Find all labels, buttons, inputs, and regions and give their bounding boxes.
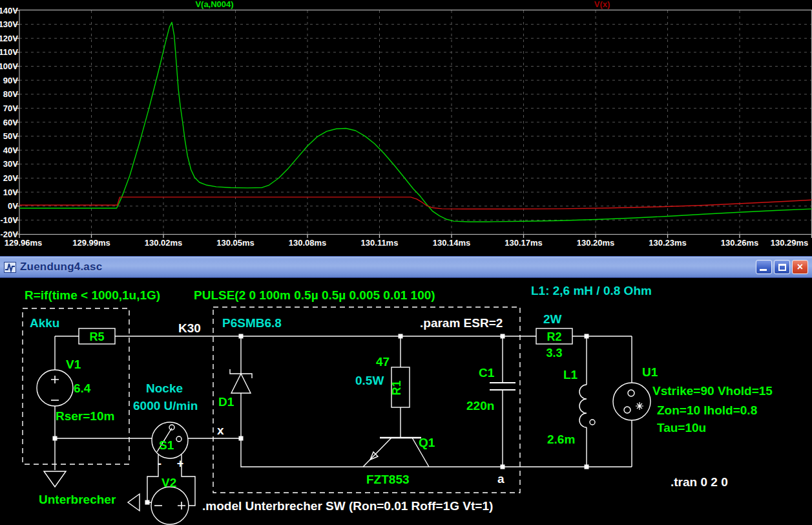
x-axis-label: 130.08ms (289, 238, 327, 248)
x-axis-label: 130.23ms (649, 238, 687, 248)
x-axis-label: 130.05ms (216, 238, 255, 248)
voltage-source-v2[interactable] (151, 487, 189, 524)
ltspice-app-icon (4, 261, 16, 273)
directive-model-unterbrecher[interactable]: .model Unterbrecher SW (Ron=0.01 Roff=1G… (202, 499, 493, 513)
label-u1[interactable]: U1 (642, 365, 658, 379)
y-axis-label: -10V (1, 215, 19, 225)
minimize-icon (760, 269, 767, 271)
comment-akku[interactable]: Akku (30, 316, 59, 330)
value-u1-tau[interactable]: Tau=10u (657, 421, 706, 434)
x-axis-label: 130.02ms (145, 238, 183, 248)
comment-l1-spec[interactable]: L1: 2,6 mH / 0.8 Ohm (531, 284, 652, 297)
s1-terminal-plus[interactable]: + (177, 457, 184, 470)
net-label-x[interactable]: x (217, 423, 224, 437)
schematic-canvas[interactable]: R=if(time < 1000,1u,1G)PULSE(2 0 100m 0.… (0, 278, 812, 525)
y-axis-label: 130V (0, 19, 18, 29)
y-axis-label: 90V (3, 76, 18, 85)
wire-v2-left[interactable] (147, 455, 158, 502)
value-r1-ohms[interactable]: 47 (376, 355, 390, 369)
y-axis-label: 80V (3, 89, 18, 99)
maximize-icon (778, 264, 786, 271)
label-v2[interactable]: V2 (161, 476, 176, 489)
x-axis-label: 130.29ms (771, 238, 809, 248)
label-d1[interactable]: D1 (218, 395, 234, 409)
y-axis-label: 60V (3, 118, 18, 127)
capacitor-c1[interactable] (490, 383, 515, 390)
directive-pulse[interactable]: PULSE(2 0 100m 0.5µ 0.5µ 0.005 0.01 100) (194, 288, 435, 302)
close-button[interactable]: × (792, 260, 808, 274)
ground-symbol[interactable] (44, 471, 66, 487)
comment-unterbrecher[interactable]: Unterbrecher (39, 493, 116, 506)
value-q1-model[interactable]: FZT853 (366, 473, 410, 486)
y-axis-label: 10V (3, 188, 18, 197)
x-axis-label: 130.14ms (433, 238, 471, 248)
titlebar[interactable]: Zuendung4.asc × (0, 256, 812, 278)
x-axis-label: 130.17ms (505, 238, 543, 248)
y-axis-label: 140V (0, 6, 18, 16)
voltage-source-v1[interactable] (37, 370, 73, 406)
value-r2[interactable]: 3.3 (546, 347, 562, 359)
value-v1-rser[interactable]: Rser=10m (56, 409, 114, 423)
comment-rpm[interactable]: 6000 U/min (133, 399, 198, 412)
value-u1-strike[interactable]: Vstrike=90 Vhold=15 (652, 384, 773, 398)
x-axis-label: 130.11ms (361, 238, 399, 248)
label-q1[interactable]: Q1 (419, 436, 435, 449)
y-axis-label: 120V (0, 34, 18, 43)
value-c1[interactable]: 220n (466, 399, 494, 412)
y-axis-label: 40V (3, 145, 18, 155)
directive-rser-switch[interactable]: R=if(time < 1000,1u,1G) (25, 288, 160, 302)
label-v1[interactable]: V1 (66, 358, 81, 371)
maximize-button[interactable] (774, 260, 790, 274)
x-axis-label: 130.26ms (721, 238, 759, 248)
net-label-a[interactable]: a (497, 472, 505, 486)
x-axis-label: 129.96ms (5, 238, 43, 248)
x-axis-label: 130.20ms (577, 238, 615, 248)
spark-gap-u1[interactable] (613, 383, 651, 420)
label-r2[interactable]: R2 (547, 330, 561, 343)
label-s1[interactable]: S1 (159, 438, 174, 452)
s1-terminal-minus[interactable]: - (158, 457, 161, 470)
comment-r2-power[interactable]: 2W (543, 312, 562, 326)
net-label-k30[interactable]: K30 (178, 321, 201, 335)
comment-nocke[interactable]: Nocke (146, 381, 183, 395)
value-l1[interactable]: 2.6m (547, 433, 575, 446)
window-controls: × (756, 260, 808, 274)
trace-v-x[interactable] (19, 197, 812, 209)
y-axis-label: 0V (8, 201, 18, 211)
y-axis-label: 20V (3, 173, 18, 183)
legend-v-a-n004[interactable]: V(a,N004) (195, 0, 233, 9)
directive-param-esr[interactable]: .param ESR=2 (420, 316, 503, 330)
inductor-l1[interactable] (579, 385, 595, 427)
close-icon: × (797, 262, 803, 272)
x-axis-label: 129.99ms (72, 238, 110, 248)
label-l1[interactable]: L1 (563, 368, 578, 381)
diode-d1[interactable] (230, 369, 252, 393)
y-axis-label: 30V (3, 159, 18, 169)
comment-p6smb[interactable]: P6SMB6.8 (222, 316, 282, 330)
legend-v-x[interactable]: V(x) (594, 0, 610, 9)
y-axis-label: 110V (0, 47, 18, 57)
minimize-button[interactable] (756, 260, 772, 274)
ltspice-window: 140V130V120V110V100V90V80V70V60V50V40V30… (0, 0, 812, 525)
label-r1[interactable]: R1 (390, 380, 403, 395)
wire-junctions (53, 334, 589, 505)
window-title: Zuendung4.asc (20, 261, 756, 273)
y-axis-label: 50V (3, 131, 18, 141)
waveform-plot-pane[interactable]: 140V130V120V110V100V90V80V70V60V50V40V30… (0, 0, 812, 253)
comment-r1-power[interactable]: 0.5W (355, 374, 384, 387)
y-axis-label: 70V (3, 103, 18, 113)
directive-tran[interactable]: .tran 0 2 0 (671, 475, 728, 489)
unterbrecher-net-arrow[interactable] (128, 494, 140, 511)
label-c1[interactable]: C1 (479, 366, 495, 380)
value-u1-zon[interactable]: Zon=10 Ihold=0.8 (657, 403, 757, 417)
value-v1[interactable]: 6.4 (74, 381, 91, 395)
spark-star-icon (636, 402, 643, 410)
y-axis-label: 100V (0, 61, 18, 71)
label-r5[interactable]: R5 (89, 330, 104, 343)
